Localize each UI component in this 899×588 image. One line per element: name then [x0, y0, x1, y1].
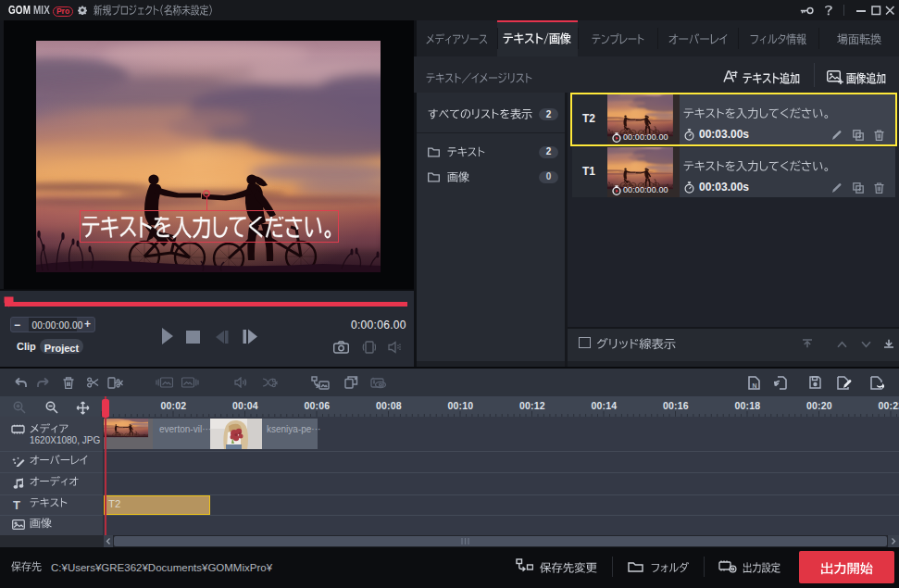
svg-text:N: N [752, 382, 756, 388]
